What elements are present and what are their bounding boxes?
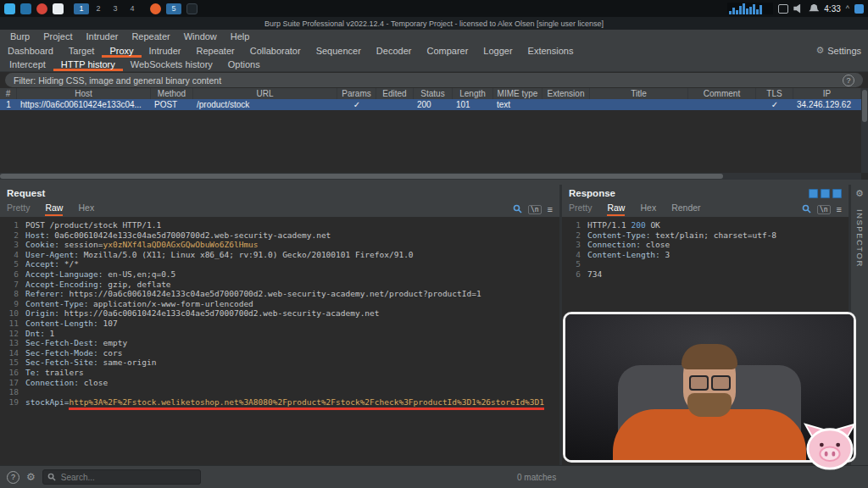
table-horizontal-scrollbar[interactable] <box>0 173 861 180</box>
code-segment: 734 <box>587 269 602 279</box>
desktop-3[interactable]: 3 <box>108 3 123 14</box>
sub-tab-intercept[interactable]: Intercept <box>2 58 53 71</box>
main-tab-proxy[interactable]: Proxy <box>102 43 141 58</box>
response-tab-pretty[interactable]: Pretty <box>569 202 592 216</box>
column-header-url[interactable]: URL <box>193 88 337 99</box>
main-tab-sequencer[interactable]: Sequencer <box>309 43 369 58</box>
search-icon[interactable] <box>513 202 522 217</box>
scrollbar-thumb[interactable] <box>862 90 867 122</box>
column-header-edited[interactable]: Edited <box>376 88 414 99</box>
response-tabs-row: PrettyRawHexRender \n ≡ <box>562 202 849 217</box>
window-titlebar[interactable]: Burp Suite Professional v2022.12.4 - Tem… <box>0 17 868 30</box>
layout-single-icon[interactable] <box>832 189 842 198</box>
main-tab-extensions[interactable]: Extensions <box>520 43 581 58</box>
filter-bar[interactable]: Filter: Hiding CSS, image and general bi… <box>5 73 863 87</box>
column-header-host[interactable]: Host <box>17 88 151 99</box>
response-tab-raw[interactable]: Raw <box>607 202 625 216</box>
scrollbar-thumb[interactable] <box>0 174 723 179</box>
column-header-method[interactable]: Method <box>151 88 193 99</box>
display-icon[interactable] <box>778 4 788 14</box>
notifications-icon[interactable] <box>809 4 819 14</box>
line-number: 6 <box>5 269 19 280</box>
code-line: 11Content-Length: 107 <box>5 319 559 329</box>
main-tab-decoder[interactable]: Decoder <box>369 43 420 58</box>
terminal-icon[interactable] <box>186 3 198 14</box>
menu-project[interactable]: Project <box>36 31 79 42</box>
newline-toggle-icon[interactable]: \n <box>817 205 831 214</box>
main-tab-intruder[interactable]: Intruder <box>142 43 189 58</box>
code-segment: http%3A%2F%2Fstock.weliketoshop.net%3A80… <box>69 397 544 410</box>
column-header-comment[interactable]: Comment <box>688 88 756 99</box>
chat-icon[interactable] <box>53 3 64 14</box>
response-tab-hex[interactable]: Hex <box>640 202 656 216</box>
main-tab-comparer[interactable]: Comparer <box>419 43 476 58</box>
clock[interactable]: 4:33 <box>824 4 840 14</box>
app-launcher-icon[interactable] <box>4 3 15 14</box>
system-monitor-graph-icon[interactable] <box>727 3 773 14</box>
desktop-4[interactable]: 4 <box>125 3 140 14</box>
main-tab-repeater[interactable]: Repeater <box>188 43 242 58</box>
column-header-status[interactable]: Status <box>414 88 453 99</box>
main-tab-target[interactable]: Target <box>61 43 103 58</box>
editor-menu-icon[interactable]: ≡ <box>548 204 553 214</box>
code-segment: */* <box>64 259 79 269</box>
main-tab-logger[interactable]: Logger <box>476 43 520 58</box>
help-icon-statusbar[interactable]: ? <box>7 471 19 484</box>
column-header-tls[interactable]: TLS <box>756 88 793 99</box>
line-content: Accept-Encoding: gzip, deflate <box>25 280 171 290</box>
menu-window[interactable]: Window <box>177 31 224 42</box>
search-icon[interactable] <box>802 202 811 217</box>
table-vertical-scrollbar[interactable] <box>861 88 868 173</box>
settings-button[interactable]: ⚙ Settings <box>815 43 861 58</box>
recorder-icon[interactable] <box>36 3 47 14</box>
request-tab-pretty[interactable]: Pretty <box>7 202 30 216</box>
code-line: 19stockApi=http%3A%2F%2Fstock.weliketosh… <box>5 397 559 408</box>
pig-face-icon <box>804 422 856 471</box>
tray-app-icon[interactable] <box>854 4 864 14</box>
desktop-2[interactable]: 2 <box>91 3 106 14</box>
code-line: 14Sec-Fetch-Mode: cors <box>5 348 559 358</box>
sub-tab-options[interactable]: Options <box>220 58 268 71</box>
search-input[interactable] <box>59 472 196 483</box>
burp-app-icon[interactable] <box>150 3 161 14</box>
sub-tab-websockets-history[interactable]: WebSockets history <box>123 58 220 71</box>
request-tab-hex[interactable]: Hex <box>78 202 94 216</box>
column-header-ip[interactable]: IP <box>793 88 861 99</box>
inspector-gear-icon[interactable]: ⚙ <box>855 188 864 199</box>
person-glasses <box>683 375 736 391</box>
column-header-title[interactable]: Title <box>590 88 688 99</box>
newline-toggle-icon[interactable]: \n <box>528 205 542 214</box>
file-manager-icon[interactable] <box>20 3 31 14</box>
main-tab-dashboard[interactable]: Dashboard <box>0 43 61 58</box>
column-header-params[interactable]: Params <box>337 88 376 99</box>
window-badge[interactable]: 5 <box>166 3 181 14</box>
menu-burp[interactable]: Burp <box>3 31 36 42</box>
tray-expand-icon[interactable]: ^ <box>846 4 849 14</box>
code-line: 18 <box>5 387 559 397</box>
volume-icon[interactable] <box>793 4 804 14</box>
request-tab-raw[interactable]: Raw <box>45 202 63 216</box>
desktop-1[interactable]: 1 <box>74 3 89 14</box>
editor-menu-icon[interactable]: ≡ <box>837 204 842 214</box>
main-tab-collaborator[interactable]: Collaborator <box>242 43 309 58</box>
menu-intruder[interactable]: Intruder <box>80 31 125 42</box>
request-editor[interactable]: 1POST /product/stock HTTP/1.12Host: 0a6c… <box>0 217 559 466</box>
code-segment: Sec-Fetch-Site: <box>25 358 103 367</box>
column-header-length[interactable]: Length <box>453 88 493 99</box>
response-tabset: PrettyRawHexRender <box>569 202 701 216</box>
menu-help[interactable]: Help <box>224 31 257 42</box>
menu-repeater[interactable]: Repeater <box>125 31 176 42</box>
search-box[interactable] <box>42 469 201 485</box>
column-header-mime-type[interactable]: MIME type <box>493 88 542 99</box>
history-table-row[interactable]: 1https://0a6c00610424e133c04...POST/prod… <box>0 99 861 110</box>
column-header-item[interactable]: # <box>0 88 17 99</box>
layout-rows-icon[interactable] <box>821 189 830 198</box>
line-content: Content-Type: text/plain; charset=utf-8 <box>587 230 776 241</box>
settings-icon-statusbar[interactable]: ⚙ <box>26 471 36 483</box>
column-header-extension[interactable]: Extension <box>542 88 590 99</box>
sub-tab-http-history[interactable]: HTTP history <box>53 58 123 71</box>
layout-columns-icon[interactable] <box>809 189 818 198</box>
line-number: 11 <box>5 319 19 329</box>
help-icon[interactable]: ? <box>843 75 854 86</box>
response-tab-render[interactable]: Render <box>671 202 700 216</box>
